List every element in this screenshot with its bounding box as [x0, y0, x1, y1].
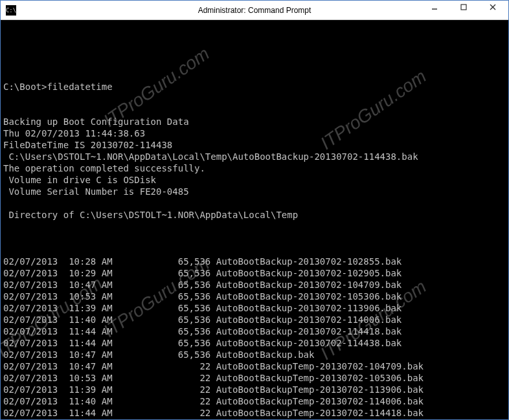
window-frame: C:\ Administrator: Command Prompt C:\Boo…: [0, 0, 509, 420]
file-row: 02/07/2013 10:47 AM 65,536 AutoBootBacku…: [3, 279, 506, 291]
file-row: 02/07/2013 11:40 AM 65,536 AutoBootBacku…: [3, 314, 506, 326]
title-bar[interactable]: C:\ Administrator: Command Prompt: [1, 1, 508, 20]
file-row: 02/07/2013 11:44 AM 65,536 AutoBootBacku…: [3, 326, 506, 337]
cmd-icon: C:\: [6, 5, 16, 16]
output-line: C:\Users\DSTOLT~1.NOR\AppData\Local\Temp…: [3, 151, 506, 162]
file-row: 02/07/2013 11:39 AM 22 AutoBootBackupTem…: [3, 384, 506, 395]
output-line: Volume in drive C is OSDisk: [3, 174, 506, 186]
file-row: 02/07/2013 11:39 AM 65,536 AutoBootBacku…: [3, 302, 506, 314]
file-row: 02/07/2013 10:47 AM 65,536 AutoBootBacku…: [3, 349, 506, 360]
file-row: 02/07/2013 11:44 AM 22 AutoBootBackupTem…: [3, 419, 506, 419]
maximize-button[interactable]: [449, 1, 478, 14]
output-line: [3, 197, 506, 209]
file-row: 02/07/2013 10:53 AM 22 AutoBootBackupTem…: [3, 372, 506, 384]
blank-line: [3, 46, 506, 58]
command-line: C:\Boot>filedatetime: [3, 81, 506, 93]
file-row: 02/07/2013 11:40 AM 22 AutoBootBackupTem…: [3, 395, 506, 407]
output-line: Directory of C:\Users\DSTOLT~1.NOR\AppDa…: [3, 209, 506, 221]
terminal-area[interactable]: C:\Boot>filedatetime Backing up Boot Con…: [1, 20, 508, 419]
svg-rect-1: [461, 5, 466, 10]
typed-command: filedatetime: [47, 82, 112, 92]
file-row: 02/07/2013 10:28 AM 65,536 AutoBootBacku…: [3, 256, 506, 267]
output-line: Volume Serial Number is FE20-0485: [3, 186, 506, 197]
minimize-button[interactable]: [420, 1, 449, 14]
output-line: FileDateTime IS 20130702-114438: [3, 139, 506, 151]
file-row: 02/07/2013 11:44 AM 65,536 AutoBootBacku…: [3, 337, 506, 349]
output-line: [3, 221, 506, 232]
file-row: 02/07/2013 10:29 AM 65,536 AutoBootBacku…: [3, 267, 506, 279]
output-line: Backing up Boot Configuration Data: [3, 116, 506, 127]
prompt: C:\Boot>: [3, 82, 47, 92]
file-row: 02/07/2013 11:44 AM 22 AutoBootBackupTem…: [3, 407, 506, 419]
window-controls: [420, 1, 507, 14]
output-line: The operation completed successfully.: [3, 162, 506, 174]
file-row: 02/07/2013 10:53 AM 65,536 AutoBootBacku…: [3, 291, 506, 302]
close-button[interactable]: [478, 1, 507, 14]
file-row: 02/07/2013 10:47 AM 22 AutoBootBackupTem…: [3, 360, 506, 372]
output-line: Thu 02/07/2013 11:44:38.63: [3, 127, 506, 139]
